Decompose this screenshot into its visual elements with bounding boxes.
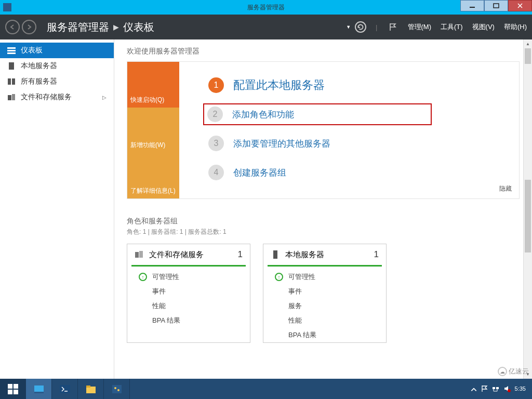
tile-row-manageability[interactable]: ↑可管理性 xyxy=(263,270,386,284)
svg-rect-4 xyxy=(7,47,16,49)
tab-whatsnew[interactable]: 新增功能(W) xyxy=(127,108,179,153)
sidebar-item-local-server[interactable]: 本地服务器 xyxy=(0,58,114,74)
tile-row-performance[interactable]: 性能 xyxy=(127,299,250,313)
notifications-flag-icon[interactable] xyxy=(387,21,398,33)
arrow-up-icon: ↑ xyxy=(275,273,283,281)
tray-overflow-icon[interactable] xyxy=(470,386,476,392)
hide-link[interactable]: 隐藏 xyxy=(499,184,512,193)
nav-back-button[interactable] xyxy=(5,20,20,34)
tab-learnmore[interactable]: 了解详细信息(L) xyxy=(127,153,179,198)
close-button[interactable] xyxy=(508,0,532,11)
menu-view[interactable]: 视图(V) xyxy=(472,22,495,32)
qs-step-add-servers[interactable]: 3 添加要管理的其他服务器 xyxy=(204,132,504,154)
sidebar-item-dashboard[interactable]: 仪表板 xyxy=(0,43,114,58)
window-controls xyxy=(460,0,532,15)
taskbar-server-manager[interactable] xyxy=(26,379,52,399)
tile-row-events[interactable]: 事件 xyxy=(263,284,386,299)
chevron-right-icon: ▶ xyxy=(113,23,119,31)
svg-rect-10 xyxy=(8,95,11,100)
svg-rect-8 xyxy=(8,78,11,85)
step-label: 创建服务器组 xyxy=(233,167,286,179)
tray-sound-icon[interactable] xyxy=(503,385,511,393)
tile-row-events[interactable]: 事件 xyxy=(127,284,250,299)
arrow-up-icon: ↑ xyxy=(139,273,147,281)
tile-title: 本地服务器 xyxy=(285,250,324,260)
step-label: 添加要管理的其他服务器 xyxy=(233,138,330,150)
tile-row-bpa[interactable]: BPA 结果 xyxy=(263,328,386,342)
taskbar-explorer[interactable] xyxy=(78,379,104,399)
tray-flag-icon[interactable] xyxy=(481,385,488,393)
dashboard-icon xyxy=(7,46,16,55)
qs-step-add-roles[interactable]: 2 添加角色和功能 xyxy=(203,103,432,125)
tile-file-storage[interactable]: 文件和存储服务 1 ↑可管理性 事件 性能 BPA 结果 xyxy=(127,244,250,343)
nav-forward-button[interactable] xyxy=(22,20,36,34)
watermark: ☁ 亿速云 xyxy=(498,367,529,376)
qs-step-create-group[interactable]: 4 创建服务器组 xyxy=(204,162,504,183)
sidebar-item-label: 本地服务器 xyxy=(21,61,57,71)
header-dropdown-icon[interactable]: ▼ xyxy=(346,24,351,30)
tile-row-services[interactable]: 服务 xyxy=(263,299,386,313)
svg-rect-5 xyxy=(7,50,16,51)
step-number-4: 4 xyxy=(208,165,224,180)
svg-rect-24 xyxy=(112,385,122,393)
tab-quickstart[interactable]: 快速启动(Q) xyxy=(127,62,179,108)
svg-rect-6 xyxy=(7,52,16,54)
roles-heading: 角色和服务器组 xyxy=(127,217,520,226)
quickstart-tabs: 快速启动(Q) 新增功能(W) 了解详细信息(L) xyxy=(127,62,179,198)
start-button[interactable] xyxy=(0,379,26,399)
qs-step-configure[interactable]: 1 配置此本地服务器 xyxy=(204,74,504,96)
svg-rect-21 xyxy=(60,385,70,393)
step-label: 添加角色和功能 xyxy=(232,109,294,121)
svg-point-25 xyxy=(114,387,116,389)
menu-help[interactable]: 帮助(H) xyxy=(504,22,527,32)
svg-rect-15 xyxy=(8,384,12,389)
taskbar-powershell[interactable] xyxy=(52,379,78,399)
menu-tools[interactable]: 工具(T) xyxy=(441,22,463,32)
tray-network-icon[interactable] xyxy=(492,385,499,393)
svg-rect-7 xyxy=(9,62,14,70)
svg-rect-27 xyxy=(493,387,495,389)
status-bar xyxy=(131,265,246,267)
scroll-up-button[interactable]: ▲ xyxy=(524,39,532,48)
menu-manage[interactable]: 管理(M) xyxy=(408,22,432,32)
breadcrumb-page: 仪表板 xyxy=(123,20,154,34)
tile-count: 1 xyxy=(238,249,243,260)
step-number-2: 2 xyxy=(207,107,223,122)
step-label: 配置此本地服务器 xyxy=(233,77,325,93)
tile-row-bpa[interactable]: BPA 结果 xyxy=(127,313,250,328)
app-icon xyxy=(3,3,11,11)
storage-icon xyxy=(135,250,144,259)
tile-local-server[interactable]: 本地服务器 1 ↑可管理性 事件 服务 性能 BPA 结果 xyxy=(263,244,387,343)
tile-row-manageability[interactable]: ↑可管理性 xyxy=(127,270,250,284)
svg-rect-16 xyxy=(14,384,18,389)
breadcrumb: 服务器管理器 ▶ 仪表板 xyxy=(47,20,154,34)
scroll-thumb[interactable] xyxy=(525,180,531,252)
window-title: 服务器管理器 xyxy=(247,3,285,12)
tile-row-performance[interactable]: 性能 xyxy=(263,313,386,328)
status-bar xyxy=(268,265,382,267)
roles-subheading: 角色: 1 | 服务器组: 1 | 服务器总数: 1 xyxy=(127,228,520,236)
refresh-icon[interactable] xyxy=(355,21,366,33)
quickstart-body: 1 配置此本地服务器 2 添加角色和功能 3 添加要管理的其他服务器 4 创建服… xyxy=(179,62,519,198)
quickstart-panel: 快速启动(Q) 新增功能(W) 了解详细信息(L) 1 配置此本地服务器 2 添… xyxy=(127,61,520,199)
sidebar-item-all-servers[interactable]: 所有服务器 xyxy=(0,74,114,89)
taskbar-app[interactable] xyxy=(104,379,130,399)
tray-clock[interactable]: 5:35 xyxy=(515,385,526,392)
minimize-button[interactable] xyxy=(460,0,484,11)
sidebar-item-label: 所有服务器 xyxy=(21,77,57,86)
servers-icon xyxy=(7,77,16,86)
cloud-icon: ☁ xyxy=(498,367,507,376)
separator: | xyxy=(376,23,377,31)
step-number-1: 1 xyxy=(208,77,224,93)
system-tray: 5:35 xyxy=(464,379,532,399)
maximize-button[interactable] xyxy=(484,0,508,11)
main-content: 欢迎使用服务器管理器 快速启动(Q) 新增功能(W) 了解详细信息(L) 1 配… xyxy=(114,39,532,379)
scroll-thumb[interactable] xyxy=(525,48,531,64)
svg-rect-13 xyxy=(139,251,143,258)
svg-rect-9 xyxy=(12,78,15,85)
svg-rect-11 xyxy=(12,94,15,100)
sidebar-item-file-storage[interactable]: 文件和存储服务 ▷ xyxy=(0,89,114,105)
taskbar: 5:35 xyxy=(0,379,532,399)
vertical-scrollbar[interactable]: ▲ ▼ xyxy=(523,39,532,379)
svg-rect-12 xyxy=(135,252,139,258)
